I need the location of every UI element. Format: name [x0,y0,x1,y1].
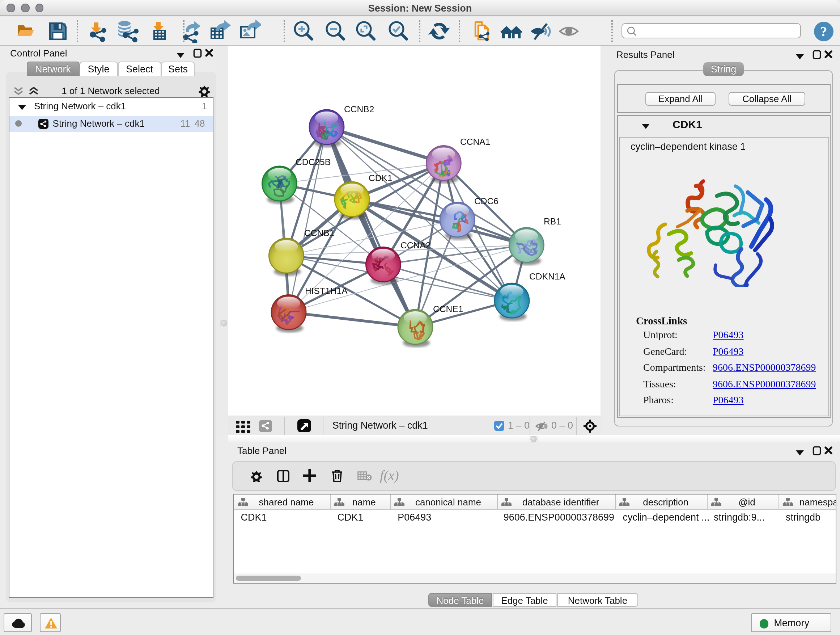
svg-text:CCNA2: CCNA2 [400,241,430,250]
svg-text:CCNB2: CCNB2 [344,104,374,114]
svg-text:CCNE1: CCNE1 [433,304,463,314]
svg-text:CDC25B: CDC25B [295,157,330,167]
svg-text:RB1: RB1 [543,217,561,226]
svg-text:CDK1: CDK1 [368,173,392,183]
svg-text:?: ? [821,24,827,39]
svg-text:HIST1H1A: HIST1H1A [305,286,347,296]
svg-text:CDKN1A: CDKN1A [529,272,565,281]
svg-text:CCNB1: CCNB1 [304,228,334,238]
svg-text:CDC6: CDC6 [474,196,498,206]
svg-text:CCNA1: CCNA1 [460,137,490,147]
